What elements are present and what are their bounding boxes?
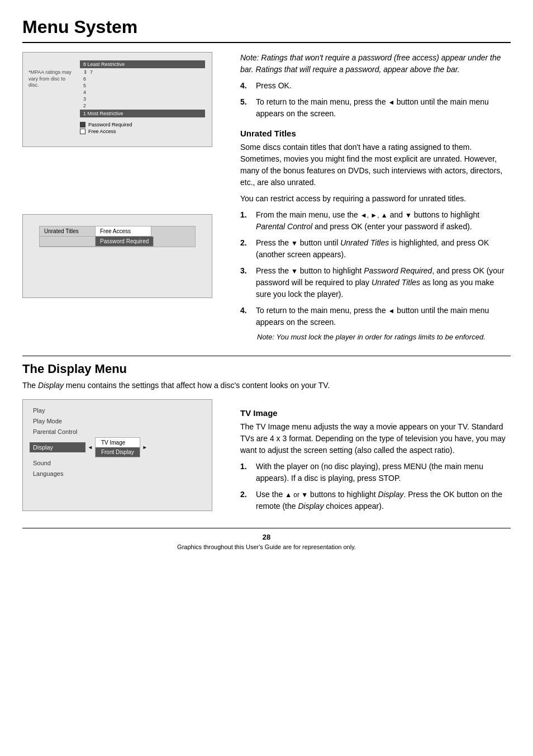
- step-5-num: 5.: [240, 96, 251, 120]
- legend-password: Password Required: [80, 122, 205, 127]
- unrated-para2: You can restrict access by requiring a p…: [240, 193, 511, 205]
- submenu-tv-image: TV Image: [96, 438, 140, 447]
- unrated-step-3-text: Press the ▼ button to highlight Password…: [256, 265, 511, 300]
- display-menu-section: The Display Menu The Display menu contai…: [22, 362, 511, 517]
- display-menu-display: Display: [30, 442, 85, 452]
- footer-note: Graphics throughout this User's Guide ar…: [22, 544, 511, 550]
- legend-free-label: Free Access: [88, 129, 116, 134]
- display-menu-sound: Sound: [30, 458, 205, 468]
- unrated-step-1-text: From the main menu, use the ◄, ►, ▲ and …: [256, 209, 511, 233]
- section-divider: [22, 356, 511, 356]
- tv-image-para: The TV Image menu adjusts the way a movi…: [240, 421, 511, 456]
- down-arrow2-icon: ▼: [291, 239, 298, 247]
- unrated-empty-cell: [40, 237, 96, 247]
- rating-item-3: 3: [80, 96, 205, 102]
- unrated-step-2: 2. Press the ▼ button until Unrated Titl…: [240, 237, 511, 261]
- step5-arrow-left-icon: ◄: [388, 98, 397, 106]
- step-4-num: 4.: [240, 80, 251, 92]
- display-menu-parental: Parental Control: [30, 427, 205, 437]
- rating-bottom-bar: 1 Most Restrictive: [80, 110, 205, 117]
- rating-legend: Password Required Free Access: [80, 122, 205, 134]
- display-menu-playmode: Play Mode: [30, 416, 205, 426]
- page-title: Menu System: [22, 17, 511, 43]
- left-arrow-icon: ◄: [388, 307, 395, 315]
- legend-password-label: Password Required: [88, 122, 132, 127]
- ratings-left-col: *MPAA ratings may vary from disc to disc…: [22, 52, 229, 344]
- submenu-front-display: Front Display: [96, 447, 140, 457]
- tv-step-2: 2. Use the ▲ or ▼ buttons to highlight D…: [240, 489, 511, 512]
- tv-step-1-num: 1.: [240, 461, 251, 484]
- rating-item-4: 4: [80, 89, 205, 96]
- unrated-step-3-num: 3.: [240, 265, 251, 300]
- up-down-arrows-icon: ▲ or ▼: [285, 491, 308, 499]
- display-subtitle: The Display menu contains the settings t…: [22, 380, 511, 391]
- display-menu-play: Play: [30, 405, 205, 415]
- page-number: 28: [22, 533, 511, 541]
- display-left-col: Play Play Mode Parental Control Display …: [22, 399, 229, 517]
- step-5-text: To return to the main menu, press the ◄ …: [256, 96, 511, 120]
- legend-box-password: [80, 122, 85, 127]
- display-content: Play Play Mode Parental Control Display …: [22, 399, 511, 517]
- unrated-table: Unrated Titles Free Access Password Requ…: [39, 226, 196, 247]
- unrated-screen-wrapper: Unrated Titles Free Access Password Requ…: [22, 214, 229, 298]
- display-menu-list: Play Play Mode Parental Control Display …: [30, 405, 205, 479]
- tv-step-1: 1. With the player on (no disc playing),…: [240, 461, 511, 484]
- display-right-arrow-icon: ►: [142, 445, 147, 450]
- unrated-step-2-num: 2.: [240, 237, 251, 261]
- tv-step-2-text: Use the ▲ or ▼ buttons to highlight Disp…: [256, 489, 511, 512]
- unrated-label-cell: Unrated Titles: [40, 226, 96, 237]
- unrated-step-4-text: To return to the main menu, press the ◄ …: [256, 305, 511, 328]
- unrated-row-1: Unrated Titles Free Access: [40, 226, 195, 237]
- and-text: and: [390, 210, 405, 219]
- tv-step-1-text: With the player on (no disc playing), pr…: [256, 461, 511, 484]
- display-menu-languages: Languages: [30, 469, 205, 479]
- unrated-option1-cell: Free Access: [96, 226, 151, 237]
- legend-free: Free Access: [80, 129, 205, 134]
- ratings-section: *MPAA ratings may vary from disc to disc…: [22, 52, 511, 344]
- down-arrow3-icon: ▼: [291, 267, 298, 275]
- rating-item-2: 2: [80, 102, 205, 109]
- nav-arrows-icon: ◄, ►, ▲: [360, 211, 388, 219]
- display-right-col: TV Image The TV Image menu adjusts the w…: [240, 399, 511, 517]
- unrated-step-4-num: 4.: [240, 305, 251, 328]
- unrated-step-1-num: 1.: [240, 209, 251, 233]
- tv-step-2-num: 2.: [240, 489, 251, 512]
- display-left-arrow-icon: ◄: [88, 445, 93, 450]
- display-submenu-options: TV Image Front Display: [95, 437, 140, 457]
- display-screen-mockup: Play Play Mode Parental Control Display …: [22, 399, 212, 511]
- step-5: 5. To return to the main menu, press the…: [240, 96, 511, 120]
- page-footer: 28 Graphics throughout this User's Guide…: [22, 528, 511, 550]
- legend-box-free: [80, 129, 85, 134]
- unrated-para1: Some discs contain titles that don't hav…: [240, 141, 511, 188]
- rating-top-bar: 8 Least Restrictive: [80, 60, 205, 68]
- unrated-titles-heading: Unrated Titles: [240, 129, 511, 138]
- ratings-note: Note: Ratings that won't require a passw…: [240, 52, 511, 75]
- rating-item-5: 5: [80, 82, 205, 89]
- unrated-row-2: Password Required: [40, 237, 195, 247]
- display-section-title: The Display Menu: [22, 362, 511, 376]
- rating-item-7: ⇕ 7: [80, 69, 205, 75]
- unrated-step-4: 4. To return to the main menu, press the…: [240, 305, 511, 328]
- step-4: 4. Press OK.: [240, 80, 511, 92]
- rating-screen-mockup: *MPAA ratings may vary from disc to disc…: [22, 52, 212, 147]
- rating-screen-label: *MPAA ratings may vary from disc to disc…: [28, 69, 73, 89]
- ratings-right-col: Note: Ratings that won't require a passw…: [240, 52, 511, 344]
- unrated-step-1: 1. From the main menu, use the ◄, ►, ▲ a…: [240, 209, 511, 233]
- unrated-option2-cell: Password Required: [96, 237, 154, 247]
- tv-image-heading: TV Image: [240, 408, 511, 418]
- unrated-note: Note: You must lock the player in order …: [257, 333, 511, 341]
- down-arrow-icon: ▼: [405, 211, 412, 219]
- rating-arrow: ⇕: [83, 69, 88, 75]
- step-4-text: Press OK.: [256, 80, 292, 92]
- unrated-screen-mockup: Unrated Titles Free Access Password Requ…: [22, 214, 212, 298]
- unrated-step-3: 3. Press the ▼ button to highlight Passw…: [240, 265, 511, 300]
- rating-item-6: 6: [80, 75, 205, 82]
- unrated-step-2-text: Press the ▼ button until Unrated Titles …: [256, 237, 511, 261]
- rating-list: 8 Least Restrictive ⇕ 7 6 5 4 3: [80, 60, 205, 117]
- display-menu-display-row: Display ◄ TV Image Front Display ►: [30, 437, 205, 457]
